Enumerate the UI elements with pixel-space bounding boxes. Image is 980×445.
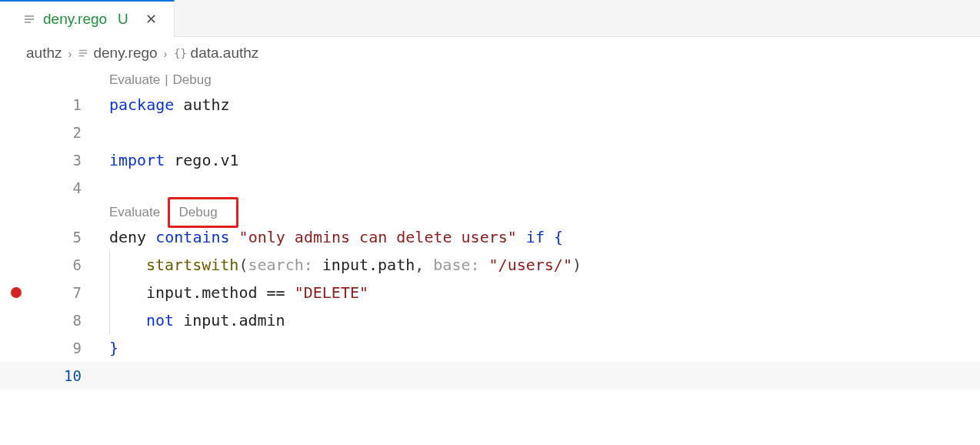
close-icon[interactable]: ✕ — [142, 9, 160, 29]
line-number: 5 — [0, 223, 95, 251]
file-icon — [78, 48, 88, 59]
svg-rect-3 — [79, 50, 88, 52]
line-number: 6 — [0, 251, 95, 279]
tab-bar: deny.rego U ✕ — [0, 0, 980, 37]
code-line[interactable]: 10 — [0, 362, 980, 390]
svg-text:{}: {} — [174, 47, 186, 59]
code-line[interactable]: 4 — [0, 174, 980, 202]
code-line[interactable]: 6 startswith(search: input.path, base: "… — [0, 251, 980, 279]
breadcrumb: authz › deny.rego › {} data.authz — [0, 37, 980, 69]
codelens-row: Evaluate | Debug — [0, 69, 980, 91]
breadcrumb-segment-folder[interactable]: authz — [26, 45, 62, 62]
code-line[interactable]: 9 } — [0, 334, 980, 362]
svg-rect-1 — [25, 18, 34, 20]
line-number: 2 — [0, 119, 95, 146]
codelens-evaluate[interactable]: Evaluate — [109, 199, 160, 226]
file-icon — [23, 13, 35, 25]
codelens-evaluate[interactable]: Evaluate — [109, 66, 160, 94]
code-line[interactable]: 2 — [0, 119, 980, 146]
breakpoint-icon[interactable] — [11, 287, 22, 298]
codelens-separator: | — [165, 66, 168, 94]
line-number: 7 — [0, 279, 95, 306]
breadcrumb-segment-symbol[interactable]: {} data.authz — [174, 45, 259, 62]
code-line[interactable]: 5 deny contains "only admins can delete … — [0, 223, 980, 251]
line-number: 1 — [0, 91, 95, 119]
svg-rect-4 — [79, 52, 88, 54]
code-line[interactable]: 7 input.method == "DELETE" — [0, 279, 980, 306]
codelens-row: Evaluate | Debug — [0, 202, 980, 223]
tab-modified-indicator: U — [118, 11, 128, 28]
line-number: 10 — [0, 362, 95, 390]
tab-deny-rego[interactable]: deny.rego U ✕ — [0, 0, 175, 37]
breadcrumb-segment-file[interactable]: deny.rego — [78, 45, 157, 62]
code-line[interactable]: 3 import rego.v1 — [0, 146, 980, 174]
line-number: 9 — [0, 334, 95, 362]
line-number: 3 — [0, 146, 95, 174]
braces-icon: {} — [174, 47, 186, 59]
line-number: 8 — [0, 306, 95, 334]
code-line[interactable]: 8 not input.admin — [0, 306, 980, 334]
chevron-right-icon: › — [164, 47, 168, 60]
svg-rect-5 — [79, 55, 85, 57]
codelens-debug[interactable]: Debug — [173, 66, 212, 94]
code-editor[interactable]: Evaluate | Debug 1 package authz 2 3 imp… — [0, 69, 980, 390]
svg-rect-0 — [25, 15, 34, 17]
tab-title: deny.rego — [43, 11, 107, 28]
chevron-right-icon: › — [68, 47, 72, 60]
code-line[interactable]: 1 package authz — [0, 91, 980, 119]
line-number: 4 — [0, 174, 95, 202]
svg-rect-2 — [25, 22, 31, 23]
